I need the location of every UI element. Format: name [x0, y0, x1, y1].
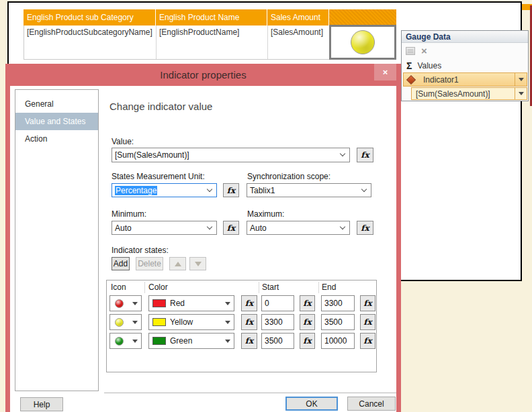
chevron-down-icon	[340, 151, 345, 156]
end-input[interactable]	[321, 314, 355, 330]
minimum-text: Auto	[115, 223, 132, 233]
color-fx-button[interactable]: fx	[241, 295, 257, 311]
delete-button[interactable]: Delete	[136, 257, 163, 270]
gauge-value-dropdown[interactable]	[515, 88, 527, 99]
chevron-down-icon	[132, 340, 138, 343]
gauge-indicator-name: Indicator1	[419, 75, 459, 85]
start-input[interactable]	[261, 333, 294, 349]
tablix-cell-indicator-selected[interactable]	[329, 25, 396, 60]
end-input[interactable]	[321, 333, 355, 349]
fx-icon: fx	[361, 150, 369, 160]
chevron-down-icon	[361, 186, 367, 191]
fx-icon: fx	[363, 336, 371, 346]
indicator-diamond-icon	[406, 74, 416, 84]
fx-icon: fx	[363, 317, 371, 327]
state-row-green: Green fx fx fx	[107, 333, 378, 349]
chevron-down-icon	[340, 223, 345, 229]
measurement-unit-fx-button[interactable]: fx	[223, 183, 239, 197]
values-label: Values	[417, 61, 441, 70]
color-fx-button[interactable]: fx	[241, 333, 257, 349]
tablix-header-row: English Product sub Category English Pro…	[24, 9, 396, 25]
ok-button[interactable]: OK	[285, 397, 338, 411]
fx-icon: fx	[227, 223, 235, 233]
start-fx-button[interactable]: fx	[300, 333, 315, 349]
end-input[interactable]	[321, 295, 355, 311]
delete-icon[interactable]: ×	[421, 46, 427, 56]
chevron-down-icon	[132, 302, 138, 305]
icon-dropdown[interactable]	[109, 333, 142, 349]
gauge-indicator-value-item[interactable]: [Sum(SalesAmount)]	[411, 87, 527, 100]
cancel-button[interactable]: Cancel	[347, 397, 396, 411]
move-down-button[interactable]	[189, 257, 206, 270]
nav-item-value-and-states[interactable]: Value and States	[15, 113, 98, 130]
end-fx-button[interactable]: fx	[360, 295, 375, 311]
synchronization-scope-combobox[interactable]: Tablix1	[247, 183, 371, 197]
start-input[interactable]	[261, 314, 294, 330]
gauge-data-panel-title: Gauge Data	[402, 31, 528, 43]
value-fx-button[interactable]: fx	[357, 148, 373, 162]
report-tablix: English Product sub Category English Pro…	[24, 9, 396, 60]
close-icon[interactable]: ×	[374, 64, 396, 81]
fx-icon: fx	[361, 223, 369, 233]
tablix-cell-product-name[interactable]: [EnglishProductName]	[157, 25, 268, 59]
help-button[interactable]: Help	[20, 397, 63, 411]
minimum-fx-button[interactable]: fx	[223, 221, 239, 235]
states-measurement-unit-text: Percentage	[115, 186, 157, 195]
column-divider	[144, 282, 145, 293]
column-divider	[318, 282, 319, 293]
color-name: Green	[170, 336, 192, 346]
value-combobox[interactable]: [Sum(SalesAmount)]	[112, 148, 350, 162]
tablix-header-product-name[interactable]: English Product Name	[156, 9, 267, 25]
dialog-titlebar[interactable]: Indicator properties ×	[5, 64, 401, 86]
value-label: Value:	[112, 137, 134, 146]
tablix-header-indicator[interactable]	[329, 9, 396, 25]
color-fx-button[interactable]: fx	[241, 314, 257, 330]
end-fx-button[interactable]: fx	[360, 314, 375, 330]
nav-item-action[interactable]: Action	[15, 130, 98, 148]
tablix-header-subcategory[interactable]: English Product sub Category	[24, 9, 156, 25]
start-fx-button[interactable]: fx	[300, 295, 315, 311]
start-input[interactable]	[261, 295, 294, 311]
color-name: Red	[170, 299, 185, 308]
footer-divider	[104, 393, 396, 393]
sigma-icon: Σ	[406, 60, 412, 71]
icon-dropdown[interactable]	[109, 295, 142, 311]
move-up-button[interactable]	[169, 257, 186, 270]
arrow-up-icon	[175, 262, 181, 266]
synchronization-scope-text: Tablix1	[250, 186, 275, 195]
page-title: Change indicator value	[109, 101, 212, 112]
fx-icon: fx	[363, 299, 371, 308]
state-row-yellow: Yellow fx fx fx	[107, 314, 378, 330]
column-header-start: Start	[262, 280, 279, 295]
indicator-states-table: Icon Color Start End Red	[106, 280, 377, 372]
fx-icon: fx	[227, 186, 235, 195]
nav-item-general[interactable]: General	[15, 95, 98, 113]
maximum-fx-button[interactable]: fx	[357, 221, 373, 235]
start-fx-button[interactable]: fx	[300, 314, 315, 330]
gauge-indicator-dropdown[interactable]	[515, 73, 527, 86]
properties-icon[interactable]	[406, 47, 415, 55]
end-fx-button[interactable]: fx	[360, 333, 375, 349]
color-dropdown[interactable]: Red	[148, 295, 234, 311]
gauge-data-toolbar: ×	[402, 43, 528, 59]
minimum-combobox[interactable]: Auto	[112, 221, 217, 235]
icon-dropdown[interactable]	[109, 314, 142, 330]
gauge-indicator-item[interactable]: Indicator1	[403, 72, 527, 87]
maximum-combobox[interactable]: Auto	[247, 221, 350, 235]
color-dropdown[interactable]: Yellow	[148, 314, 234, 330]
minimum-label: Minimum:	[112, 209, 146, 219]
tablix-header-sales-amount[interactable]: Sales Amount	[267, 9, 329, 25]
dialog-title: Indicator properties	[5, 64, 401, 86]
fx-icon: fx	[303, 336, 311, 346]
states-measurement-unit-combobox[interactable]: Percentage	[112, 183, 217, 197]
fx-icon: fx	[245, 336, 253, 346]
color-dropdown[interactable]: Green	[148, 333, 234, 349]
tablix-cell-sales-amount[interactable]: [SalesAmount]	[268, 25, 330, 59]
tablix-cell-subcategory[interactable]: [EnglishProductSubcategoryName]	[24, 25, 157, 59]
fx-icon: fx	[245, 317, 253, 327]
add-button[interactable]: Add	[112, 257, 130, 270]
gauge-data-panel: Gauge Data × Σ Values Indicator1 [Sum(Sa…	[401, 30, 529, 101]
color-swatch	[152, 299, 166, 307]
chevron-down-icon	[519, 92, 524, 95]
chevron-down-icon	[225, 340, 230, 343]
